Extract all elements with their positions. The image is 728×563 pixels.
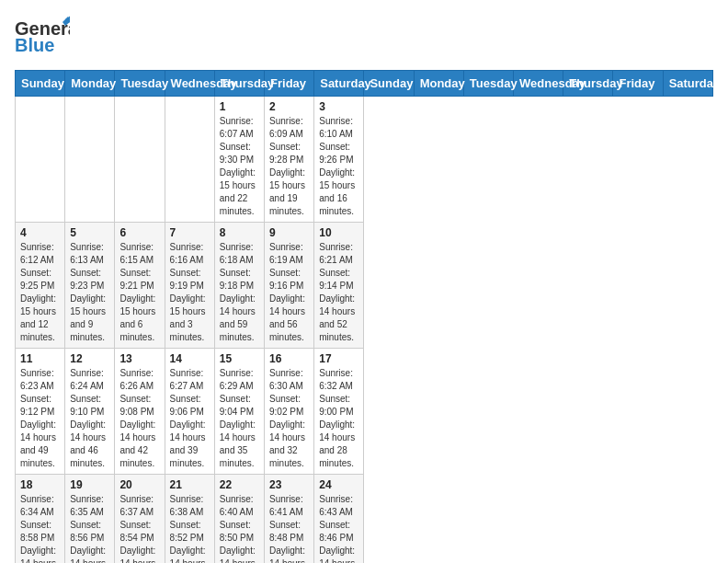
calendar-cell: 19Sunrise: 6:35 AM Sunset: 8:56 PM Dayli… [65,475,115,564]
day-info: Sunrise: 6:12 AM Sunset: 9:25 PM Dayligh… [20,241,60,344]
day-info: Sunrise: 6:16 AM Sunset: 9:19 PM Dayligh… [170,241,210,344]
calendar-week-row: 1Sunrise: 6:07 AM Sunset: 9:30 PM Daylig… [16,97,713,223]
calendar-cell: 8Sunrise: 6:18 AM Sunset: 9:18 PM Daylig… [214,223,264,349]
day-number: 2 [269,100,309,113]
day-number: 21 [170,478,210,491]
day-number: 3 [319,100,358,113]
day-header-tuesday: Tuesday [463,71,513,97]
day-header-saturday: Saturday [663,71,712,97]
calendar-cell: 6Sunrise: 6:15 AM Sunset: 9:21 PM Daylig… [115,223,165,349]
day-number: 16 [269,352,309,365]
day-header-sunday: Sunday [364,71,414,97]
day-header-monday: Monday [65,71,115,97]
calendar-cell: 1Sunrise: 6:07 AM Sunset: 9:30 PM Daylig… [214,97,264,223]
day-info: Sunrise: 6:26 AM Sunset: 9:08 PM Dayligh… [119,367,159,470]
day-info: Sunrise: 6:18 AM Sunset: 9:18 PM Dayligh… [220,241,259,344]
calendar-cell: 18Sunrise: 6:34 AM Sunset: 8:58 PM Dayli… [16,475,65,564]
calendar-cell: 24Sunrise: 6:43 AM Sunset: 8:46 PM Dayli… [314,475,364,564]
calendar-table: SundayMondayTuesdayWednesdayThursdayFrid… [15,70,713,563]
calendar-cell: 9Sunrise: 6:19 AM Sunset: 9:16 PM Daylig… [265,223,314,349]
day-number: 13 [119,352,159,365]
day-number: 1 [220,100,259,113]
calendar-cell [165,97,214,223]
day-header-friday: Friday [265,71,314,97]
day-number: 4 [20,226,60,239]
day-info: Sunrise: 6:40 AM Sunset: 8:50 PM Dayligh… [220,493,259,563]
day-info: Sunrise: 6:30 AM Sunset: 9:02 PM Dayligh… [269,367,309,470]
day-number: 15 [220,352,259,365]
day-info: Sunrise: 6:07 AM Sunset: 9:30 PM Dayligh… [220,115,259,218]
calendar-cell: 5Sunrise: 6:13 AM Sunset: 9:23 PM Daylig… [65,223,115,349]
day-number: 23 [269,478,309,491]
day-header-saturday: Saturday [314,71,364,97]
day-number: 8 [220,226,259,239]
day-info: Sunrise: 6:21 AM Sunset: 9:14 PM Dayligh… [319,241,358,344]
day-header-wednesday: Wednesday [165,71,214,97]
day-number: 19 [70,478,109,491]
calendar-week-row: 18Sunrise: 6:34 AM Sunset: 8:58 PM Dayli… [16,475,713,564]
day-header-sunday: Sunday [16,71,65,97]
day-info: Sunrise: 6:38 AM Sunset: 8:52 PM Dayligh… [170,493,210,563]
calendar-cell: 22Sunrise: 6:40 AM Sunset: 8:50 PM Dayli… [214,475,264,564]
day-info: Sunrise: 6:41 AM Sunset: 8:48 PM Dayligh… [269,493,309,563]
calendar-cell: 23Sunrise: 6:41 AM Sunset: 8:48 PM Dayli… [265,475,314,564]
day-number: 11 [20,352,60,365]
day-header-tuesday: Tuesday [115,71,165,97]
day-number: 20 [119,478,159,491]
day-number: 17 [319,352,358,365]
day-number: 5 [70,226,109,239]
day-info: Sunrise: 6:10 AM Sunset: 9:26 PM Dayligh… [319,115,358,218]
calendar-cell [115,97,165,223]
day-header-wednesday: Wednesday [514,71,563,97]
day-number: 22 [220,478,259,491]
calendar-cell [16,97,65,223]
day-info: Sunrise: 6:29 AM Sunset: 9:04 PM Dayligh… [220,367,259,470]
calendar-cell: 3Sunrise: 6:10 AM Sunset: 9:26 PM Daylig… [314,97,364,223]
calendar-cell: 15Sunrise: 6:29 AM Sunset: 9:04 PM Dayli… [214,349,264,475]
page-header: General Blue [15,15,713,61]
calendar-cell: 7Sunrise: 6:16 AM Sunset: 9:19 PM Daylig… [165,223,214,349]
calendar-cell: 12Sunrise: 6:24 AM Sunset: 9:10 PM Dayli… [65,349,115,475]
calendar-cell: 17Sunrise: 6:32 AM Sunset: 9:00 PM Dayli… [314,349,364,475]
day-header-thursday: Thursday [563,71,613,97]
calendar-week-row: 11Sunrise: 6:23 AM Sunset: 9:12 PM Dayli… [16,349,713,475]
day-number: 7 [170,226,210,239]
calendar-cell [65,97,115,223]
day-info: Sunrise: 6:27 AM Sunset: 9:06 PM Dayligh… [170,367,210,470]
calendar-header-row: SundayMondayTuesdayWednesdayThursdayFrid… [16,71,713,97]
day-number: 10 [319,226,358,239]
calendar-cell: 13Sunrise: 6:26 AM Sunset: 9:08 PM Dayli… [115,349,165,475]
day-number: 14 [170,352,210,365]
calendar-cell: 20Sunrise: 6:37 AM Sunset: 8:54 PM Dayli… [115,475,165,564]
day-info: Sunrise: 6:19 AM Sunset: 9:16 PM Dayligh… [269,241,309,344]
day-info: Sunrise: 6:37 AM Sunset: 8:54 PM Dayligh… [119,493,159,563]
calendar-cell: 11Sunrise: 6:23 AM Sunset: 9:12 PM Dayli… [16,349,65,475]
calendar-cell: 2Sunrise: 6:09 AM Sunset: 9:28 PM Daylig… [265,97,314,223]
day-info: Sunrise: 6:43 AM Sunset: 8:46 PM Dayligh… [319,493,358,563]
calendar-cell: 21Sunrise: 6:38 AM Sunset: 8:52 PM Dayli… [165,475,214,564]
svg-text:Blue: Blue [15,35,54,55]
day-number: 9 [269,226,309,239]
logo-icon: General Blue [15,15,70,61]
day-info: Sunrise: 6:35 AM Sunset: 8:56 PM Dayligh… [70,493,109,563]
day-header-thursday: Thursday [214,71,264,97]
day-number: 18 [20,478,60,491]
logo: General Blue [15,15,70,61]
calendar-week-row: 4Sunrise: 6:12 AM Sunset: 9:25 PM Daylig… [16,223,713,349]
day-info: Sunrise: 6:09 AM Sunset: 9:28 PM Dayligh… [269,115,309,218]
day-header-friday: Friday [613,71,663,97]
calendar-cell: 16Sunrise: 6:30 AM Sunset: 9:02 PM Dayli… [265,349,314,475]
day-info: Sunrise: 6:34 AM Sunset: 8:58 PM Dayligh… [20,493,60,563]
calendar-cell: 14Sunrise: 6:27 AM Sunset: 9:06 PM Dayli… [165,349,214,475]
day-info: Sunrise: 6:13 AM Sunset: 9:23 PM Dayligh… [70,241,109,344]
day-info: Sunrise: 6:15 AM Sunset: 9:21 PM Dayligh… [119,241,159,344]
calendar-cell: 4Sunrise: 6:12 AM Sunset: 9:25 PM Daylig… [16,223,65,349]
day-info: Sunrise: 6:23 AM Sunset: 9:12 PM Dayligh… [20,367,60,470]
day-number: 12 [70,352,109,365]
day-info: Sunrise: 6:32 AM Sunset: 9:00 PM Dayligh… [319,367,358,470]
day-header-monday: Monday [414,71,463,97]
day-info: Sunrise: 6:24 AM Sunset: 9:10 PM Dayligh… [70,367,109,470]
calendar-cell: 10Sunrise: 6:21 AM Sunset: 9:14 PM Dayli… [314,223,364,349]
day-number: 24 [319,478,358,491]
day-number: 6 [119,226,159,239]
